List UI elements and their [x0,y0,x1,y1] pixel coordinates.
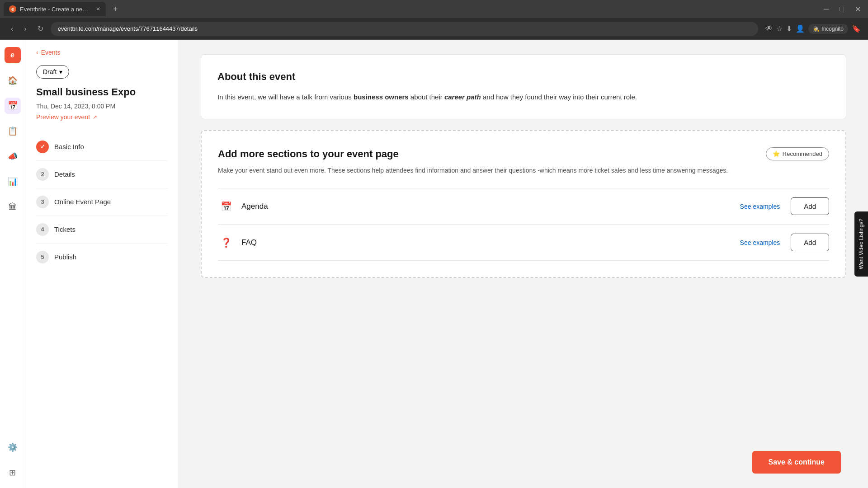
external-link-icon: ↗ [93,114,97,120]
recommended-icon: ⭐ [773,150,780,157]
sidebar-icon-list[interactable]: 📋 [5,123,21,139]
eye-slash-icon: 👁 [765,25,773,33]
save-continue-button[interactable]: Save & continue [752,451,841,474]
faq-see-examples-link[interactable]: See examples [740,239,780,246]
icon-sidebar: e 🏠 📅 📋 📣 📊 🏛 ⚙️ ⊞ [0,40,25,488]
download-icon[interactable]: ⬇ [786,24,792,33]
agenda-section-row: 📅 Agenda See examples Add [218,188,829,224]
incognito-icon: 🕵 [813,26,820,32]
chevron-down-icon: ▾ [59,68,62,75]
step-item-basic-info[interactable]: ✓ Basic Info [36,133,168,161]
about-event-title: About this event [217,71,830,83]
tab-close-button[interactable]: ✕ [96,6,100,12]
step-label-tickets: Tickets [54,225,75,233]
sidebar-icon-megaphone[interactable]: 📣 [5,148,21,164]
maximize-button[interactable]: □ [836,3,848,15]
bookmarks-icon[interactable]: 🔖 [852,24,861,33]
about-event-text: In this event, we will have a talk from … [217,92,830,103]
step-item-publish[interactable]: 5 Publish [36,244,168,271]
faq-label: FAQ [241,238,740,247]
back-button[interactable]: ‹ [7,23,17,35]
faq-section-row: ❓ FAQ See examples Add [218,224,829,261]
incognito-badge: 🕵 Incognito [808,24,848,34]
preview-event-link[interactable]: Preview your event ↗ [36,113,168,121]
about-text-after: and how they found their way into their … [481,93,637,101]
recommended-badge: ⭐ Recommended [766,147,829,160]
sidebar-icon-calendar[interactable]: 📅 [5,98,21,114]
sidebar-icon-grid[interactable]: ⊞ [5,465,21,481]
about-text-between: about their [409,93,444,101]
minimize-button[interactable]: ─ [820,3,832,15]
step-num-1: ✓ [36,141,49,153]
step-item-online-event-page[interactable]: 3 Online Event Page [36,188,168,216]
address-bar[interactable] [51,22,759,36]
forward-button[interactable]: › [20,23,30,35]
sidebar-icon-chart[interactable]: 📊 [5,174,21,190]
agenda-icon: 📅 [218,198,234,215]
eventbrite-logo[interactable]: e [5,47,21,63]
agenda-label: Agenda [241,202,740,211]
event-date: Thu, Dec 14, 2023, 8:00 PM [36,103,168,110]
refresh-button[interactable]: ↻ [34,23,47,35]
about-text-bold1: business owners [354,93,409,101]
step-num-2: 2 [36,168,49,181]
sidebar-icon-gear[interactable]: ⚙️ [5,439,21,455]
sidebar-icon-home[interactable]: 🏠 [5,72,21,89]
about-text-before-bold1: In this event, we will have a talk from … [217,93,354,101]
about-text-bold2: career path [444,93,481,101]
about-event-card: About this event In this event, we will … [201,54,846,119]
draft-status-button[interactable]: Draft ▾ [36,65,69,79]
tab-title: Eventbrite - Create a new even... [20,6,92,13]
faq-add-button[interactable]: Add [791,234,829,251]
step-num-5: 5 [36,251,49,263]
want-video-badge[interactable]: Want Video Listings? [854,211,868,277]
tab-favicon: e [9,5,16,13]
star-icon[interactable]: ☆ [776,24,783,33]
step-label-publish: Publish [54,253,76,261]
step-item-details[interactable]: 2 Details [36,161,168,188]
browser-tab[interactable]: e Eventbrite - Create a new even... ✕ [4,2,106,16]
close-window-button[interactable]: ✕ [851,3,864,15]
steps-nav: ✓ Basic Info 2 Details 3 Online Event Pa… [36,133,168,271]
step-num-4: 4 [36,223,49,236]
event-title: Small business Expo [36,86,168,99]
step-label-online-event-page: Online Event Page [54,198,111,206]
sidebar-icon-building[interactable]: 🏛 [5,199,21,215]
back-to-events-link[interactable]: ‹ Events [36,49,168,56]
main-content: About this event In this event, we will … [179,40,868,488]
agenda-see-examples-link[interactable]: See examples [740,203,780,210]
nav-sidebar: ‹ Events Draft ▾ Small business Expo Thu… [25,40,179,488]
step-item-tickets[interactable]: 4 Tickets [36,216,168,244]
step-label-details: Details [54,170,75,178]
step-num-3: 3 [36,196,49,208]
sections-header: Add more sections to your event page ⭐ R… [218,147,829,160]
sections-description: Make your event stand out even more. The… [218,166,829,175]
sections-title: Add more sections to your event page [218,148,399,160]
back-chevron-icon: ‹ [36,49,38,56]
add-sections-card: Add more sections to your event page ⭐ R… [201,130,846,278]
profile-icon[interactable]: 👤 [796,24,805,33]
new-tab-button[interactable]: + [109,5,122,14]
agenda-add-button[interactable]: Add [791,197,829,215]
step-label-basic-info: Basic Info [54,143,84,150]
faq-icon: ❓ [218,235,234,251]
